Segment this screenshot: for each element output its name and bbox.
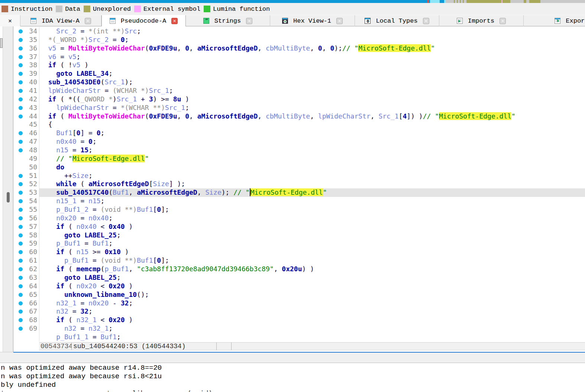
- code-token: ): [125, 282, 133, 290]
- panel-splitter[interactable]: [0, 352, 585, 363]
- code-line-68[interactable]: 68if ( n32_1 < 0x20 ): [13, 316, 585, 324]
- dot-gutter: [13, 180, 26, 188]
- code-line-67[interactable]: 67n32 = 32;: [13, 307, 585, 316]
- code-line-55[interactable]: 55p_Buf1_2 = (void **)Buf1[0];: [13, 205, 585, 214]
- tab-imports[interactable]: Imports✕: [439, 15, 524, 26]
- pseudocode-icon: [110, 18, 116, 24]
- code-line-63[interactable]: 63goto LABEL_25;: [13, 273, 585, 282]
- code-line-36[interactable]: 36v5 = MultiByteToWideChar(0xFDE9u, 0, a…: [13, 44, 585, 53]
- legend-item: External symbol: [134, 6, 200, 13]
- code-token: ;: [88, 172, 93, 179]
- splitter-handle[interactable]: [0, 38, 3, 48]
- code-line-62[interactable]: 62if ( memcmp(p_Buf1, "c3ab8ff13720e8ad9…: [13, 265, 585, 273]
- dot-gutter: [13, 44, 26, 53]
- code-line-45[interactable]: 45{: [13, 120, 585, 129]
- code-token: ;: [129, 299, 133, 307]
- tab-hex-view-1[interactable]: Hex View-1✕: [270, 15, 355, 26]
- line-number: 39: [26, 69, 37, 78]
- code-token: ,: [189, 44, 197, 52]
- code-token: 0: [318, 44, 322, 52]
- code-line-51[interactable]: 51++Size;: [13, 172, 585, 180]
- code-token: ;: [185, 104, 189, 111]
- close-tab-icon[interactable]: ✕: [336, 18, 343, 24]
- dot-gutter: [13, 205, 26, 214]
- code-line-49[interactable]: 49// "MicroSoft-Edge.dll": [13, 155, 585, 163]
- output-line: n was optimized away because rsi.8<21u: [1, 372, 585, 381]
- code-line-35[interactable]: 35*(_WORD *)Src_2 = 0;: [13, 36, 585, 44]
- code-token: [: [153, 205, 157, 213]
- code-token: Buf1: [113, 188, 129, 196]
- code-line-61[interactable]: 61p_Buf1 = (void **)Buf1[0];: [13, 256, 585, 265]
- code-token: ): [113, 95, 117, 103]
- code-panel[interactable]: 34Src_2 = *(int **)Src;35*(_WORD *)Src_2…: [13, 26, 585, 352]
- code-line-50[interactable]: 50do: [13, 163, 585, 172]
- tab-local-types[interactable]: Local Types✕: [355, 15, 439, 26]
- code-token: ,: [371, 112, 379, 120]
- code-token: MicroSoft-Edge.dll: [439, 112, 511, 120]
- tab-ida-view-a[interactable]: IDA View-A✕: [20, 15, 101, 26]
- line-mark-dot-icon: [19, 148, 23, 152]
- close-tab-icon[interactable]: ✕: [500, 18, 506, 24]
- code-line-60[interactable]: 60if ( n15 >= 0x10 ): [13, 248, 585, 256]
- code-text: {: [39, 120, 585, 129]
- code-lines: 34Src_2 = *(int **)Src;35*(_WORD *)Src_2…: [13, 27, 585, 341]
- code-token: 0x20: [109, 282, 125, 290]
- code-token: 0x40: [109, 223, 125, 230]
- code-line[interactable]: p_Buf1_1 = Buf1;: [13, 333, 585, 341]
- code-line-43[interactable]: 43lpWideCharStr = *(WCHAR **)Src_1;: [13, 104, 585, 112]
- navigation-band[interactable]: [0, 0, 585, 3]
- close-tab-icon[interactable]: ✕: [246, 18, 252, 24]
- close-all-tabs-button[interactable]: ✕: [0, 15, 20, 26]
- code-line-37[interactable]: 37v6 = v5;: [13, 53, 585, 61]
- code-token: ): [125, 316, 133, 324]
- code-line-48[interactable]: 48n15 = 15;: [13, 146, 585, 155]
- code-line-64[interactable]: 64if ( n0x20 < 0x20 ): [13, 282, 585, 291]
- line-number: 49: [26, 155, 37, 163]
- code-line-42[interactable]: 42if ( *((_QWORD *)Src_1 + 3) >= 8u ): [13, 95, 585, 104]
- tab-pseudocode-a[interactable]: Pseudocode-A✕: [101, 15, 186, 26]
- legend-item: Data: [56, 6, 80, 13]
- tab-label: Imports: [468, 17, 494, 25]
- code-line-46[interactable]: 46Buf1[0] = 0;: [13, 129, 585, 137]
- code-line-65[interactable]: 65unknown_libname_10();: [13, 291, 585, 299]
- code-line-40[interactable]: 40sub_140543DE0(Src_1);: [13, 78, 585, 87]
- code-token: ,: [129, 188, 137, 196]
- close-tab-icon[interactable]: ✕: [85, 18, 91, 24]
- code-line-57[interactable]: 57if ( n0x40 < 0x40 ): [13, 223, 585, 231]
- tab-exports[interactable]: Exports✕: [524, 15, 585, 26]
- code-line-54[interactable]: 54n15_1 = n15;: [13, 197, 585, 205]
- code-token: aMicrosoftEdgeD: [197, 44, 258, 52]
- code-text: lpWideCharStr = *(WCHAR **)Src_1;: [39, 104, 585, 112]
- dot-gutter: [13, 146, 26, 155]
- code-token: 0: [97, 129, 101, 137]
- data-color-swatch: [56, 6, 62, 12]
- code-line-38[interactable]: 38if ( !v5 ): [13, 61, 585, 69]
- code-line-47[interactable]: 47n0x40 = 0;: [13, 137, 585, 146]
- code-line-41[interactable]: 41lpWideCharStr = (WCHAR *)Src_1;: [13, 87, 585, 95]
- code-token: lpWideCharStr: [48, 87, 101, 94]
- code-token: ,: [258, 112, 266, 120]
- code-line-59[interactable]: 59p_Buf1 = Buf1;: [13, 239, 585, 248]
- code-token: (: [56, 112, 68, 120]
- code-line-52[interactable]: 52while ( aMicrosoftEdgeD[Size] );: [13, 180, 585, 188]
- code-line-39[interactable]: 39goto LABEL_34;: [13, 69, 585, 78]
- code-line-34[interactable]: 34Src_2 = *(int **)Src;: [13, 27, 585, 36]
- code-line-69[interactable]: 69n32 = n32_1;: [13, 324, 585, 333]
- close-tab-icon[interactable]: ✕: [171, 18, 178, 24]
- code-line-58[interactable]: 58goto LABEL_25;: [13, 231, 585, 240]
- hex-view-icon: [282, 18, 288, 24]
- scroll-indicator[interactable]: [7, 192, 10, 203]
- code-token: n15: [88, 197, 101, 205]
- code-text: if ( n0x40 < 0x40 ): [39, 223, 585, 231]
- code-token: ( *((: [56, 95, 80, 103]
- tab-strings[interactable]: Strings✕: [186, 15, 270, 26]
- code-line-66[interactable]: 66n32_1 = n0x20 - 32;: [13, 299, 585, 308]
- code-line-56[interactable]: 56n0x20 = n0x40;: [13, 214, 585, 223]
- line-number: 69: [26, 324, 37, 333]
- code-token: (: [64, 316, 77, 324]
- close-tab-icon[interactable]: ✕: [423, 18, 429, 24]
- code-line-44[interactable]: 44if ( MultiByteToWideChar(0xFDE9u, 0, a…: [13, 112, 585, 121]
- code-line-53[interactable]: 53sub_140517C40(Buf1, aMicrosoftEdgeD, S…: [13, 188, 585, 197]
- line-mark-dot-icon: [19, 267, 23, 271]
- output-window[interactable]: n was optimized away because r14.8==20n …: [0, 363, 585, 392]
